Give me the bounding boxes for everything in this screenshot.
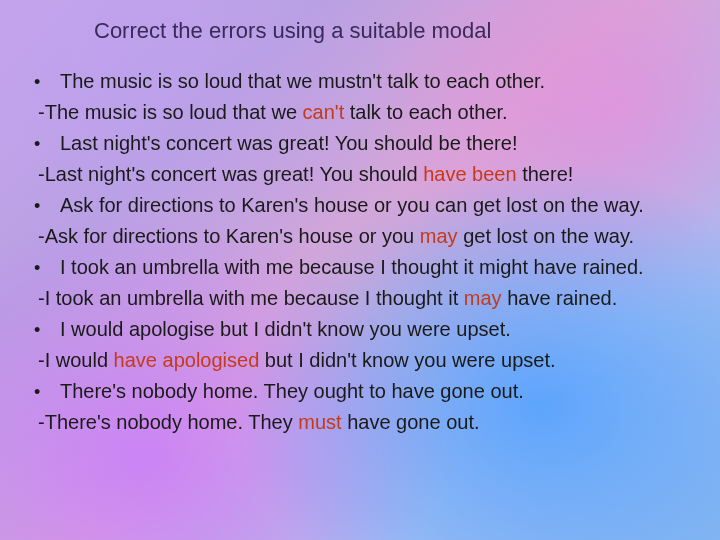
correction-span: may xyxy=(420,225,458,247)
question-row: •The music is so loud that we mustn't ta… xyxy=(24,66,696,97)
slide-title: Correct the errors using a suitable moda… xyxy=(94,18,696,44)
dash-icon: - xyxy=(38,287,45,309)
bullet-icon: • xyxy=(30,379,60,407)
dash-icon: - xyxy=(38,225,45,247)
answer-text: -The music is so loud that we can't talk… xyxy=(38,97,696,128)
answer-span: but I didn't know you were upset. xyxy=(259,349,555,371)
correction-span: have been xyxy=(423,163,516,185)
slide-content: •The music is so loud that we mustn't ta… xyxy=(24,66,696,438)
correction-span: can't xyxy=(303,101,345,123)
answer-span: There's nobody home. They xyxy=(45,411,299,433)
answer-span: The music is so loud that we xyxy=(45,101,303,123)
answer-row: -I would have apologised but I didn't kn… xyxy=(24,345,696,376)
answer-span: have gone out. xyxy=(342,411,480,433)
correction-span: must xyxy=(298,411,341,433)
answer-span: I took an umbrella with me because I tho… xyxy=(45,287,464,309)
answer-span: I would xyxy=(45,349,114,371)
question-row: •There's nobody home. They ought to have… xyxy=(24,376,696,407)
bullet-icon: • xyxy=(30,193,60,221)
question-row: •Ask for directions to Karen's house or … xyxy=(24,190,696,221)
dash-icon: - xyxy=(38,411,45,433)
question-row: •I would apologise but I didn't know you… xyxy=(24,314,696,345)
answer-row: -Ask for directions to Karen's house or … xyxy=(24,221,696,252)
bullet-icon: • xyxy=(30,131,60,159)
question-row: •I took an umbrella with me because I th… xyxy=(24,252,696,283)
answer-row: -Last night's concert was great! You sho… xyxy=(24,159,696,190)
question-row: •Last night's concert was great! You sho… xyxy=(24,128,696,159)
answer-text: -I took an umbrella with me because I th… xyxy=(38,283,696,314)
dash-icon: - xyxy=(38,163,45,185)
question-text: I took an umbrella with me because I tho… xyxy=(60,252,696,283)
dash-icon: - xyxy=(38,101,45,123)
answer-span: have rained. xyxy=(502,287,618,309)
question-text: The music is so loud that we mustn't tal… xyxy=(60,66,696,97)
answer-span: there! xyxy=(517,163,574,185)
answer-row: -I took an umbrella with me because I th… xyxy=(24,283,696,314)
answer-span: Ask for directions to Karen's house or y… xyxy=(45,225,420,247)
answer-row: -There's nobody home. They must have gon… xyxy=(24,407,696,438)
question-text: Last night's concert was great! You shou… xyxy=(60,128,696,159)
answer-text: -Ask for directions to Karen's house or … xyxy=(38,221,696,252)
answer-text: -There's nobody home. They must have gon… xyxy=(38,407,696,438)
question-text: Ask for directions to Karen's house or y… xyxy=(60,190,696,221)
answer-span: get lost on the way. xyxy=(458,225,634,247)
dash-icon: - xyxy=(38,349,45,371)
bullet-icon: • xyxy=(30,255,60,283)
answer-span: talk to each other. xyxy=(344,101,507,123)
correction-span: have apologised xyxy=(114,349,260,371)
correction-span: may xyxy=(464,287,502,309)
answer-row: -The music is so loud that we can't talk… xyxy=(24,97,696,128)
slide: Correct the errors using a suitable moda… xyxy=(0,0,720,540)
question-text: There's nobody home. They ought to have … xyxy=(60,376,696,407)
answer-span: Last night's concert was great! You shou… xyxy=(45,163,424,185)
bullet-icon: • xyxy=(30,69,60,97)
answer-text: -I would have apologised but I didn't kn… xyxy=(38,345,696,376)
bullet-icon: • xyxy=(30,317,60,345)
question-text: I would apologise but I didn't know you … xyxy=(60,314,696,345)
answer-text: -Last night's concert was great! You sho… xyxy=(38,159,696,190)
